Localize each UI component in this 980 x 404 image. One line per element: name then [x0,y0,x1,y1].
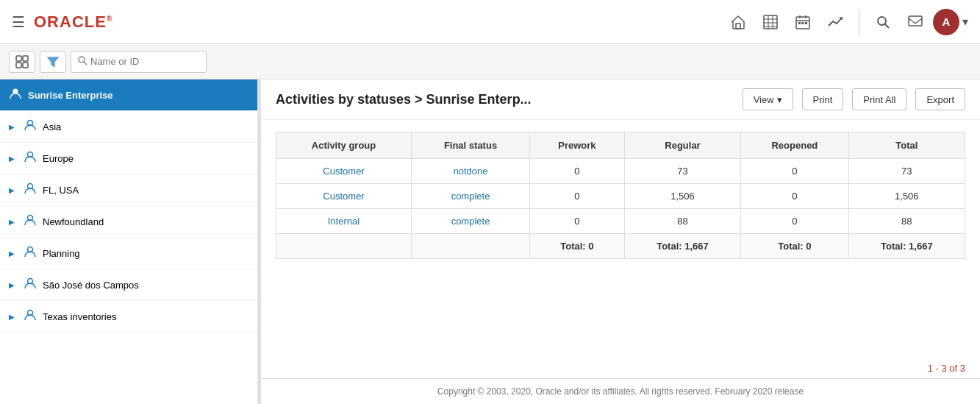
view-button[interactable]: View ▾ [743,88,793,110]
col-total: Total [848,132,965,159]
col-final-status: Final status [412,132,530,159]
table-row: Internal complete 0 88 0 88 [276,209,965,234]
print-button[interactable]: Print [802,88,844,110]
chevron-right-icon: ▶ [9,123,18,131]
reopened-cell: 0 [741,184,849,209]
print-all-button-label: Print All [863,94,895,105]
regular-cell: 73 [624,159,740,184]
messages-icon[interactable] [901,7,930,37]
prework-cell: 0 [529,209,624,234]
sidebar-item-label: Asia [43,121,61,132]
svg-rect-18 [23,56,28,61]
sidebar-item-label: Planning [43,248,80,259]
svg-point-22 [79,57,85,63]
sidebar-item-label: Sunrise Enterprise [28,90,113,101]
sidebar-item-fl-usa[interactable]: ▶ FL, USA [0,174,260,206]
page-title: Activities by statuses > Sunrise Enterp.… [276,92,734,107]
chevron-right-icon: ▶ [9,218,18,226]
totals-regular: Total: 1,667 [624,234,740,259]
view-button-label: View [754,94,774,105]
sidebar-item-label: Newfoundland [43,216,104,227]
col-regular: Regular [624,132,740,159]
footer: Copyright © 2003, 2020, Oracle and/or it… [261,378,980,404]
final-status-cell: complete [412,209,530,234]
person-icon [24,308,37,325]
regular-cell: 88 [624,209,740,234]
chart-icon[interactable] [820,7,850,37]
content-header: Activities by statuses > Sunrise Enterp.… [261,79,980,120]
svg-rect-19 [16,63,21,68]
totals-prework: Total: 0 [529,234,624,259]
spreadsheet-icon[interactable] [756,7,785,37]
col-activity-group: Activity group [276,132,412,159]
chevron-right-icon: ▶ [9,281,18,289]
sidebar-item-asia[interactable]: ▶ Asia [0,111,260,143]
total-cell: 73 [848,159,965,184]
svg-rect-16 [909,16,922,26]
sidebar-item-planning[interactable]: ▶ Planning [0,238,260,269]
sidebar-item-texas-inventories[interactable]: ▶ Texas inventories [0,301,260,333]
sidebar-item-newfoundland[interactable]: ▶ Newfoundland [0,206,260,238]
totals-reopened: Total: 0 [741,234,849,259]
view-dropdown-icon: ▾ [777,94,782,105]
final-status-cell: complete [412,184,530,209]
sidebar-item-label: Texas inventories [43,311,116,322]
nav-divider [859,9,859,35]
prework-cell: 0 [529,159,624,184]
activity-group-cell[interactable]: Customer [276,159,412,184]
sidebar: Sunrise Enterprise ▶ Asia ▶ Europe ▶ FL,… [0,79,261,404]
svg-line-23 [84,62,87,65]
toolbar [0,44,980,79]
chevron-right-icon: ▶ [9,155,18,163]
chevron-right-icon: ▶ [9,313,18,321]
table-container: Activity group Final status Prework Regu… [261,120,980,358]
calendar-icon[interactable] [788,7,818,37]
table-row: Customer notdone 0 73 0 73 [276,159,965,184]
person-icon [24,118,37,135]
totals-row: Total: 0 Total: 1,667 Total: 0 Total: 1,… [276,234,965,259]
sidebar-item-europe[interactable]: ▶ Europe [0,143,260,174]
sidebar-item-sunrise-enterprise[interactable]: Sunrise Enterprise [0,79,260,111]
regular-cell: 1,506 [624,184,740,209]
sidebar-resize-handle[interactable] [257,79,260,404]
search-box [71,51,207,73]
search-input[interactable] [90,56,201,67]
oracle-logo: ORACLE® [34,13,112,32]
search-nav-icon[interactable] [868,7,898,37]
export-button[interactable]: Export [915,88,965,110]
hamburger-icon[interactable]: ☰ [12,13,25,31]
home-icon[interactable] [723,7,753,37]
activity-group-cell[interactable]: Internal [276,209,412,234]
search-icon [77,55,87,68]
totals-empty-2 [412,234,530,259]
svg-line-15 [885,24,890,28]
col-prework: Prework [529,132,624,159]
filter-btn[interactable] [40,51,66,73]
sidebar-item-sao-jose[interactable]: ▶ São José dos Campos [0,269,260,301]
sidebar-item-label: FL, USA [43,185,79,196]
person-icon [24,182,37,198]
svg-rect-11 [798,22,801,24]
svg-rect-13 [805,22,807,24]
sidebar-item-label: São José dos Campos [43,280,139,291]
svg-marker-21 [48,57,58,66]
chevron-right-icon: ▶ [9,186,18,194]
activities-table: Activity group Final status Prework Regu… [276,132,965,259]
nav-icons: A ▾ [723,7,968,37]
avatar-dropdown-icon[interactable]: ▾ [962,15,968,29]
reopened-cell: 0 [741,209,849,234]
total-cell: 88 [848,209,965,234]
pagination-info: 1 - 3 of 3 [261,358,980,378]
col-reopened: Reopened [741,132,849,159]
activity-group-cell[interactable]: Customer [276,184,412,209]
print-all-button[interactable]: Print All [852,88,906,110]
content-area: Activities by statuses > Sunrise Enterp.… [261,79,980,404]
toggle-view-btn[interactable] [9,51,35,73]
main-layout: Sunrise Enterprise ▶ Asia ▶ Europe ▶ FL,… [0,79,980,404]
svg-rect-20 [23,63,28,68]
svg-rect-17 [16,56,21,61]
totals-total: Total: 1,667 [848,234,965,259]
person-icon [24,277,37,293]
user-avatar[interactable]: A [933,9,959,35]
table-row: Customer complete 0 1,506 0 1,506 [276,184,965,209]
